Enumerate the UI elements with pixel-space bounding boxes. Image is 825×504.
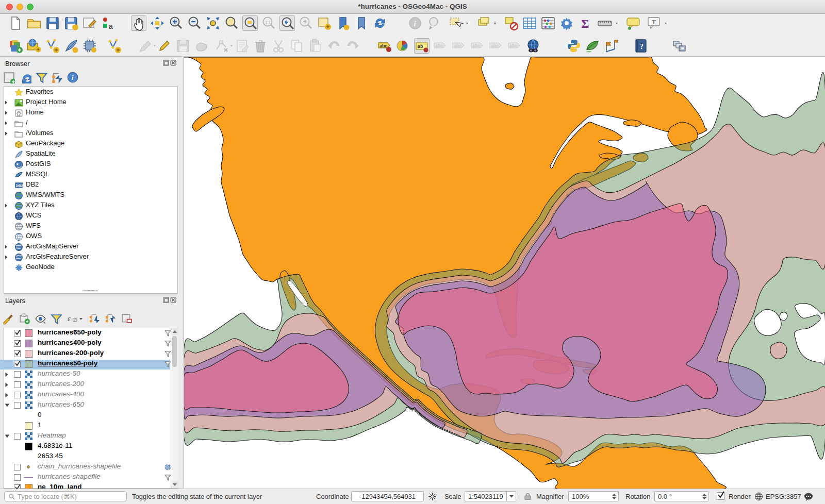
svg-text:T: T [652,18,656,26]
svg-text:abc: abc [472,43,481,48]
svg-text:?: ? [640,43,644,51]
svg-text:i: i [72,74,74,81]
svg-text:abc: abc [491,43,499,48]
svg-text:a: a [109,22,113,30]
svg-text:abc: abc [435,43,443,48]
svg-text:1:1: 1:1 [265,20,271,25]
svg-text:ab: ab [418,44,423,49]
svg-text:Σ: Σ [581,17,589,30]
svg-text:abc: abc [454,43,462,48]
svg-text:DB2: DB2 [16,184,23,188]
svg-text:abc: abc [380,43,388,48]
svg-text:abc: abc [509,43,518,48]
svg-text:ε: ε [68,314,71,323]
